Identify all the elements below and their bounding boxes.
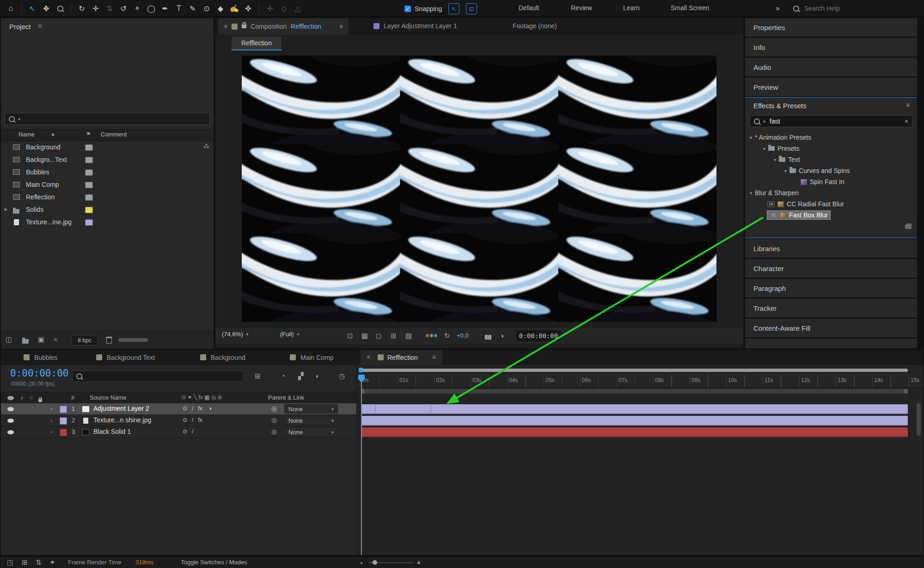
caret-down-icon[interactable]: ▾ — [750, 191, 752, 196]
axis-mode-icon[interactable]: △ — [291, 2, 305, 14]
label-color-swatch[interactable] — [85, 182, 93, 188]
clone-stamp-tool-icon[interactable]: ⊙ — [200, 2, 214, 14]
label-color-swatch[interactable] — [85, 144, 93, 151]
pickwhip-icon[interactable]: ◎ — [271, 428, 277, 435]
panel-header-preview[interactable]: Preview — [745, 78, 917, 96]
search-options-caret-icon[interactable]: ▾ — [763, 119, 765, 124]
tab-footage[interactable]: Footage (none) — [513, 22, 557, 30]
timeline-tab-main-comp[interactable]: Main Comp — [300, 354, 334, 361]
timeline-tab-background[interactable]: Background — [211, 354, 245, 361]
close-icon[interactable]: × — [224, 23, 227, 30]
project-item-row[interactable]: Background ⁂ — [1, 141, 214, 154]
hand-tool-icon[interactable]: ✥ — [39, 2, 53, 14]
project-panel-menu-icon[interactable]: ≡ — [38, 22, 42, 30]
layer-label-color[interactable] — [60, 406, 67, 413]
label-color-swatch[interactable] — [85, 194, 93, 201]
layer-name[interactable]: Texture...n shine.jpg — [93, 416, 151, 424]
waveform-icon[interactable]: ≈ — [54, 335, 57, 343]
disclosure-triangle-icon[interactable]: › — [50, 428, 52, 435]
close-icon[interactable]: × — [367, 353, 370, 361]
magnification-dropdown[interactable]: (74,6%) ▾ — [222, 331, 249, 338]
workspace-small-screen[interactable]: Small Screen — [671, 4, 709, 12]
layer-name[interactable]: Black Solid 1 — [93, 428, 131, 435]
workspace-default[interactable]: Default — [519, 4, 539, 12]
tree-item-animation-presets[interactable]: ▾ * Animation Presets — [745, 132, 917, 143]
tab-composition[interactable]: × Composition Refflection ≡ — [218, 18, 349, 35]
graph-editor-icon[interactable]: ⊞ — [22, 558, 28, 567]
layer-row-3[interactable]: › 3 Black Solid 1 ⊙ / ◎ None ▾ — [1, 426, 356, 438]
tree-item-curves-and-spins[interactable]: ▾ Curves and Spins — [745, 165, 917, 176]
current-timecode[interactable]: 0:00:00:00 — [10, 368, 68, 379]
layer-label-color[interactable] — [60, 429, 67, 436]
show-snapshot-icon[interactable]: ◑ — [500, 332, 504, 340]
motion-blur-icon[interactable]: ◷ — [339, 372, 345, 380]
panel-corner-icon[interactable] — [905, 223, 912, 229]
tree-item-text[interactable]: ▾ Text — [745, 154, 917, 165]
caret-down-icon[interactable]: ▾ — [784, 168, 787, 173]
new-composition-icon[interactable]: ▣ — [38, 335, 44, 344]
home-icon[interactable]: ⌂ — [4, 2, 18, 14]
composition-mini-flowchart-icon[interactable]: ⊞ — [255, 372, 261, 380]
channels-icon[interactable] — [426, 334, 429, 337]
interpret-footage-icon[interactable]: ◫ — [6, 335, 12, 344]
column-source-name[interactable]: Source Name — [90, 394, 126, 401]
pen-tool-icon[interactable]: ✒ — [158, 2, 172, 14]
caret-down-icon[interactable]: ▾ — [750, 135, 752, 140]
layer-switches[interactable]: ⊙ / fx ◑ — [183, 405, 212, 412]
workspace-review[interactable]: Review — [571, 4, 592, 12]
timeline-navigator-bar[interactable] — [361, 369, 908, 372]
disclosure-triangle-icon[interactable]: ▸ — [5, 206, 7, 212]
parent-dropdown[interactable]: None ▾ — [284, 404, 338, 414]
roto-brush-tool-icon[interactable]: ✍ — [227, 2, 241, 14]
tree-item-presets[interactable]: ▾ Presets — [745, 143, 917, 154]
transparency-grid-icon[interactable]: ▨ — [405, 332, 412, 340]
layer-switches[interactable]: ⊙ / — [183, 428, 193, 435]
disclosure-triangle-icon[interactable]: › — [50, 405, 52, 412]
caret-down-icon[interactable]: ▾ — [763, 146, 765, 151]
layer-name[interactable]: Adjustment Layer 2 — [93, 405, 149, 412]
horizontal-scrollbar[interactable] — [118, 338, 148, 342]
parent-dropdown[interactable]: None ▾ — [284, 416, 338, 425]
tree-item-blur-sharpen[interactable]: ▾ Blur & Sharpen — [745, 187, 917, 198]
project-search-input[interactable] — [24, 115, 206, 123]
layer-bar-texture[interactable] — [361, 416, 908, 426]
trash-icon[interactable] — [106, 337, 112, 344]
exposure-offset-value[interactable]: +0,0 — [457, 332, 469, 339]
layer-bar-adjustment[interactable] — [361, 404, 908, 414]
vertical-scrollbar[interactable] — [917, 403, 921, 436]
snap-edges-icon[interactable]: ↖ — [448, 3, 459, 14]
draft-3d-icon[interactable]: ◔ — [281, 372, 285, 380]
brush-tool-icon[interactable]: ✎ — [186, 2, 200, 14]
tree-item-fast-box-blur[interactable]: 32 Fast Box Blur — [745, 210, 917, 221]
timeline-tab-bubbles[interactable]: Bubbles — [34, 354, 58, 361]
transfer-controls-icon[interactable]: ✦ — [49, 558, 55, 567]
layer-row-1[interactable]: › 1 Adjustment Layer 2 ⊙ / fx ◑ ◎ None ▾ — [1, 403, 356, 415]
project-item-row[interactable]: Main Comp — [1, 179, 214, 191]
tab-layer[interactable]: Layer Adjustment Layer 1 — [384, 22, 457, 30]
lock-icon[interactable] — [242, 25, 246, 28]
layer-row-2[interactable]: › 2 Texture...n shine.jpg ⊙ / fx ◎ None … — [1, 415, 356, 426]
project-item-row[interactable]: Texture...ine.jpg — [1, 216, 214, 228]
column-name[interactable]: Name — [18, 131, 35, 138]
work-area-bar[interactable] — [361, 389, 908, 394]
type-tool-icon[interactable]: T — [172, 2, 186, 14]
snapshot-camera-icon[interactable] — [485, 335, 491, 340]
project-item-row[interactable]: ▸ Solids — [1, 204, 214, 216]
panel-header-info[interactable]: Info — [745, 38, 917, 56]
reset-exposure-icon[interactable]: ↻ — [444, 332, 450, 340]
rotation-tool-icon[interactable]: ↺ — [116, 2, 130, 14]
layer-visibility-eye-icon[interactable] — [7, 430, 14, 434]
zoom-tool-icon[interactable] — [53, 2, 67, 14]
layer-bar-black-solid[interactable] — [361, 427, 908, 437]
panel-header-libraries[interactable]: Libraries — [745, 239, 917, 258]
eraser-tool-icon[interactable]: ◆ — [214, 2, 227, 14]
axis-mode-icon[interactable]: ✛ — [263, 2, 277, 14]
timeline-zoom-slider-knob[interactable] — [373, 560, 377, 565]
navigator-cti-marker[interactable] — [359, 368, 363, 372]
tree-item-cc-radial-fast-blur[interactable]: 16 CC Radial Fast Blur — [745, 198, 917, 210]
workspace-learn[interactable]: Learn — [623, 4, 640, 12]
project-item-row[interactable]: Reflection — [1, 191, 214, 204]
panel-header-character[interactable]: Character — [745, 259, 917, 278]
project-search-field[interactable]: ▾ — [5, 113, 210, 125]
sort-ascending-icon[interactable]: ▴ — [52, 131, 55, 137]
